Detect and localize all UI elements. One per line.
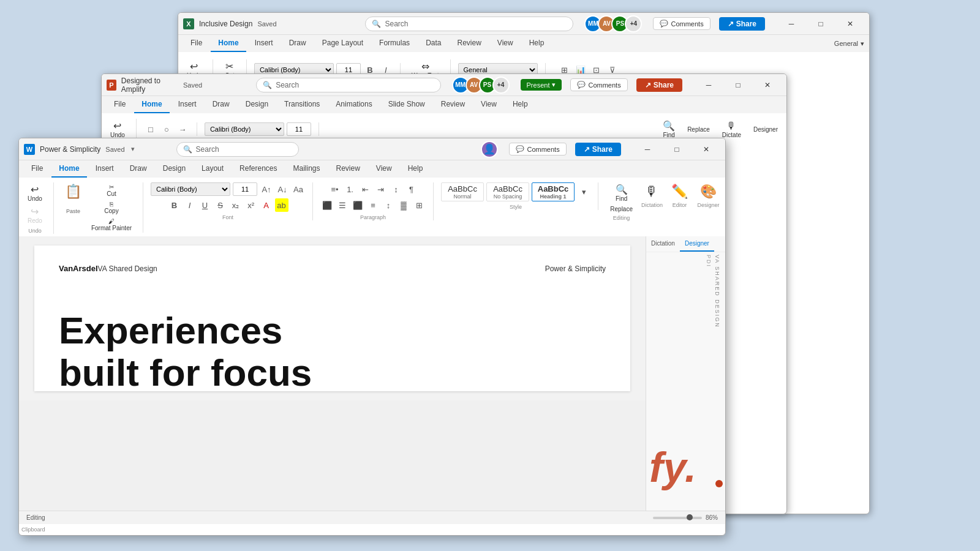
word-sort-button[interactable]: ↕: [390, 182, 403, 196]
excel-comments-button[interactable]: 💬 Comments: [653, 17, 710, 30]
word-highlight-button[interactable]: ab: [275, 198, 288, 212]
excel-tab-data[interactable]: Data: [418, 35, 448, 52]
word-minimize-button[interactable]: ─: [633, 140, 662, 159]
word-editor-button[interactable]: ✏️: [668, 182, 692, 201]
ppt-present-button[interactable]: Present ▾: [521, 79, 562, 91]
ppt-tab-animations[interactable]: Animations: [328, 96, 379, 113]
word-subscript-button[interactable]: x₂: [229, 198, 243, 212]
word-clear-format-button[interactable]: Aa: [292, 182, 305, 196]
word-designer-button[interactable]: 🎨: [696, 182, 720, 201]
word-grow-font-button[interactable]: A↑: [260, 182, 273, 196]
ppt-replace-button[interactable]: Replace: [684, 125, 714, 134]
word-paste-button[interactable]: 📋: [61, 182, 85, 207]
word-dictate-button[interactable]: 🎙: [641, 182, 662, 201]
ppt-tab-design[interactable]: Design: [238, 96, 276, 113]
word-shrink-font-button[interactable]: A↓: [276, 182, 289, 196]
word-tab-view[interactable]: View: [369, 160, 399, 178]
word-font-color-button[interactable]: A: [260, 198, 273, 212]
word-tab-home[interactable]: Home: [51, 160, 86, 178]
word-align-left-button[interactable]: ⬛: [320, 198, 334, 212]
ppt-tab-file[interactable]: File: [107, 96, 133, 113]
word-close-button[interactable]: ✕: [692, 140, 720, 159]
word-cut-button[interactable]: ✂ Cut: [88, 182, 135, 198]
word-tab-draw[interactable]: Draw: [123, 160, 154, 178]
excel-tab-file[interactable]: File: [183, 35, 209, 52]
ppt-designer-button[interactable]: Designer: [750, 125, 782, 134]
word-strikethrough-button[interactable]: S: [214, 198, 227, 212]
word-bullets-button[interactable]: ≡•: [328, 182, 342, 196]
excel-tab-pagelayout[interactable]: Page Layout: [315, 35, 371, 52]
excel-minimize-button[interactable]: ─: [777, 14, 805, 34]
word-style-normal[interactable]: AaBbCc Normal: [441, 182, 484, 201]
ppt-tab-insert[interactable]: Insert: [171, 96, 204, 113]
word-borders-button[interactable]: ⊞: [412, 198, 426, 212]
word-italic-button[interactable]: I: [183, 198, 197, 212]
word-tab-file[interactable]: File: [24, 160, 50, 178]
excel-tab-view[interactable]: View: [490, 35, 521, 52]
excel-tab-insert[interactable]: Insert: [247, 35, 281, 52]
word-tab-references[interactable]: References: [232, 160, 284, 178]
ppt-undo-button[interactable]: ↩ Undo: [107, 119, 129, 140]
word-style-heading1[interactable]: AaBbCc Heading 1: [532, 182, 575, 201]
word-copy-button[interactable]: ⎘ Copy: [88, 200, 135, 216]
word-replace-button[interactable]: Replace: [606, 204, 636, 214]
ppt-shape-oval[interactable]: ○: [160, 122, 173, 136]
ppt-maximize-button[interactable]: □: [724, 75, 752, 95]
word-font-selector[interactable]: Calibri (Body): [151, 182, 230, 196]
excel-search-box[interactable]: 🔍 Search: [365, 17, 573, 31]
word-font-size[interactable]: [233, 182, 257, 196]
ppt-close-button[interactable]: ✕: [753, 75, 782, 95]
word-tab-layout[interactable]: Layout: [194, 160, 231, 178]
ppt-font-size[interactable]: [287, 122, 311, 136]
ppt-shape-rect[interactable]: □: [144, 122, 157, 136]
word-line-spacing-button[interactable]: ↕: [382, 198, 395, 212]
word-tab-design[interactable]: Design: [156, 160, 193, 178]
ppt-search-box[interactable]: 🔍 Search: [256, 78, 440, 92]
excel-tab-help[interactable]: Help: [522, 35, 552, 52]
ppt-tab-transitions[interactable]: Transitions: [277, 96, 327, 113]
ppt-find-button[interactable]: 🔍 Find: [659, 119, 679, 140]
word-maximize-button[interactable]: □: [663, 140, 691, 159]
word-search-box[interactable]: 🔍 Search: [176, 142, 299, 157]
ppt-minimize-button[interactable]: ─: [695, 75, 723, 95]
excel-tab-home[interactable]: Home: [211, 35, 246, 52]
word-format-painter-button[interactable]: 🖌 Format Painter: [88, 217, 135, 233]
word-style-nospacing[interactable]: AaBbCc No Spacing: [486, 182, 529, 201]
ppt-shape-arrow[interactable]: →: [176, 122, 189, 136]
word-tab-insert[interactable]: Insert: [88, 160, 121, 178]
excel-tab-formulas[interactable]: Formulas: [372, 35, 417, 52]
word-share-button[interactable]: ↗ Share: [575, 143, 621, 156]
word-indent-button[interactable]: ⇥: [374, 182, 388, 196]
ppt-comments-button[interactable]: 💬 Comments: [570, 78, 627, 91]
word-styles-expand[interactable]: ▾: [577, 186, 590, 199]
word-tab-review[interactable]: Review: [329, 160, 368, 178]
word-align-center-button[interactable]: ☰: [336, 198, 349, 212]
excel-close-button[interactable]: ✕: [836, 14, 864, 34]
word-align-right-button[interactable]: ⬛: [351, 198, 364, 212]
word-bold-button[interactable]: B: [168, 198, 181, 212]
word-tab-mailings[interactable]: Mailings: [285, 160, 327, 178]
word-redo-button[interactable]: ↪ Redo: [24, 204, 46, 225]
word-panel-tab-designer[interactable]: Designer: [680, 236, 714, 252]
excel-maximize-button[interactable]: □: [807, 14, 835, 34]
ppt-tab-draw[interactable]: Draw: [205, 96, 237, 113]
excel-tab-draw[interactable]: Draw: [282, 35, 314, 52]
ppt-font-selector[interactable]: Calibri (Body): [205, 122, 284, 136]
word-numbering-button[interactable]: 1.: [344, 182, 357, 196]
ppt-share-button[interactable]: ↗ Share: [636, 78, 682, 92]
word-find-button[interactable]: 🔍 Find: [612, 182, 631, 203]
excel-share-button[interactable]: ↗ Share: [719, 17, 765, 31]
ppt-tab-slideshow[interactable]: Slide Show: [381, 96, 432, 113]
word-tab-help[interactable]: Help: [401, 160, 431, 178]
word-comments-button[interactable]: 💬 Comments: [509, 143, 566, 156]
word-show-marks-button[interactable]: ¶: [405, 182, 418, 196]
ppt-tab-review[interactable]: Review: [434, 96, 472, 113]
excel-editing-dropdown[interactable]: General ▾: [834, 35, 864, 52]
ppt-dictate-button[interactable]: 🎙 Dictate: [718, 119, 745, 140]
word-superscript-button[interactable]: x²: [244, 198, 258, 212]
ppt-tab-home[interactable]: Home: [134, 96, 169, 113]
ppt-tab-view[interactable]: View: [473, 96, 504, 113]
word-shading-button[interactable]: ▓: [397, 198, 410, 212]
word-panel-tab-dictation[interactable]: Dictation: [646, 236, 680, 252]
word-underline-button[interactable]: U: [198, 198, 212, 212]
